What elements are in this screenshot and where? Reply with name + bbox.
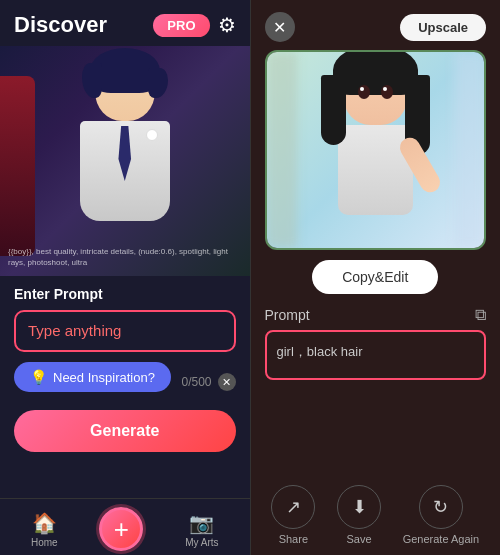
camera-icon: 📷 [189, 511, 214, 535]
share-action[interactable]: ↗ Share [271, 485, 315, 545]
character-suit [80, 121, 170, 221]
copy-edit-button[interactable]: Copy&Edit [312, 260, 438, 294]
share-label: Share [279, 533, 308, 545]
gear-icon[interactable]: ⚙ [218, 13, 236, 37]
clear-button[interactable]: ✕ [218, 373, 236, 391]
generated-image [265, 50, 487, 250]
girl-eye-left [358, 85, 370, 99]
character-flower [146, 129, 158, 141]
save-action[interactable]: ⬇ Save [337, 485, 381, 545]
anime-character-figure [55, 56, 195, 256]
right-header: ✕ Upscale [251, 0, 501, 50]
enter-prompt-label: Enter Prompt [14, 286, 236, 302]
generate-again-label: Generate Again [403, 533, 479, 545]
arts-label: My Arts [185, 537, 218, 548]
character-tie [116, 126, 134, 181]
character-head [95, 56, 155, 121]
left-panel: Discover PRO ⚙ {{boy}}, best quality, in… [0, 0, 250, 555]
hero-image: {{boy}}, best quality, intricate details… [0, 46, 250, 276]
nav-add-button[interactable]: + [99, 507, 143, 551]
image-caption: {{boy}}, best quality, intricate details… [8, 247, 242, 268]
girl-head [343, 55, 408, 125]
prompt-header: Prompt ⧉ [265, 306, 487, 324]
page-title: Discover [14, 12, 107, 38]
refresh-icon: ↻ [433, 496, 448, 518]
hero-bg: {{boy}}, best quality, intricate details… [0, 46, 250, 276]
prompt-label: Prompt [265, 307, 310, 323]
save-label: Save [346, 533, 371, 545]
header-right: PRO ⚙ [153, 13, 235, 37]
generate-button[interactable]: Generate [14, 410, 236, 452]
download-icon: ⬇ [352, 496, 367, 518]
home-icon: 🏠 [32, 511, 57, 535]
nav-arts[interactable]: 📷 My Arts [185, 511, 218, 548]
left-header: Discover PRO ⚙ [0, 0, 250, 46]
upscale-button[interactable]: Upscale [400, 14, 486, 41]
bg-blur-left [267, 52, 297, 248]
copy-icon[interactable]: ⧉ [475, 306, 486, 324]
share-button[interactable]: ↗ [271, 485, 315, 529]
char-counter-row: 0/500 ✕ [181, 373, 235, 391]
prompt-text-box[interactable]: girl，black hair [265, 330, 487, 380]
bg-blur-right [454, 52, 484, 248]
nav-home[interactable]: 🏠 Home [31, 511, 58, 548]
prompt-input-container[interactable]: Type anything [14, 310, 236, 352]
share-icon: ↗ [286, 496, 301, 518]
bottom-nav: 🏠 Home + 📷 My Arts [0, 498, 250, 555]
char-count: 0/500 [181, 375, 211, 389]
generate-again-action[interactable]: ↻ Generate Again [403, 485, 479, 545]
girl-body [338, 125, 413, 215]
prompt-text: girl，black hair [277, 344, 363, 359]
girl-eye-right [381, 85, 393, 99]
generate-again-button[interactable]: ↻ [419, 485, 463, 529]
girl-eyes [343, 85, 408, 99]
side-thumbnail [0, 76, 35, 256]
right-panel: ✕ Upscale Copy&Edit [251, 0, 501, 555]
close-button[interactable]: ✕ [265, 12, 295, 42]
save-button[interactable]: ⬇ [337, 485, 381, 529]
home-label: Home [31, 537, 58, 548]
character-hair [90, 48, 160, 93]
pro-button[interactable]: PRO [153, 14, 209, 37]
anime-girl-bg [267, 52, 485, 248]
action-row: ↗ Share ⬇ Save ↻ Generate Again [251, 471, 501, 555]
bulb-icon: 💡 [30, 369, 47, 385]
inspiration-button[interactable]: 💡 Need Inspiration? [14, 362, 171, 392]
prompt-section: Prompt ⧉ girl，black hair [265, 306, 487, 471]
prompt-placeholder: Type anything [28, 322, 121, 339]
anime-girl-figure [310, 55, 440, 245]
enter-prompt-section: Enter Prompt Type anything 💡 Need Inspir… [0, 276, 250, 470]
